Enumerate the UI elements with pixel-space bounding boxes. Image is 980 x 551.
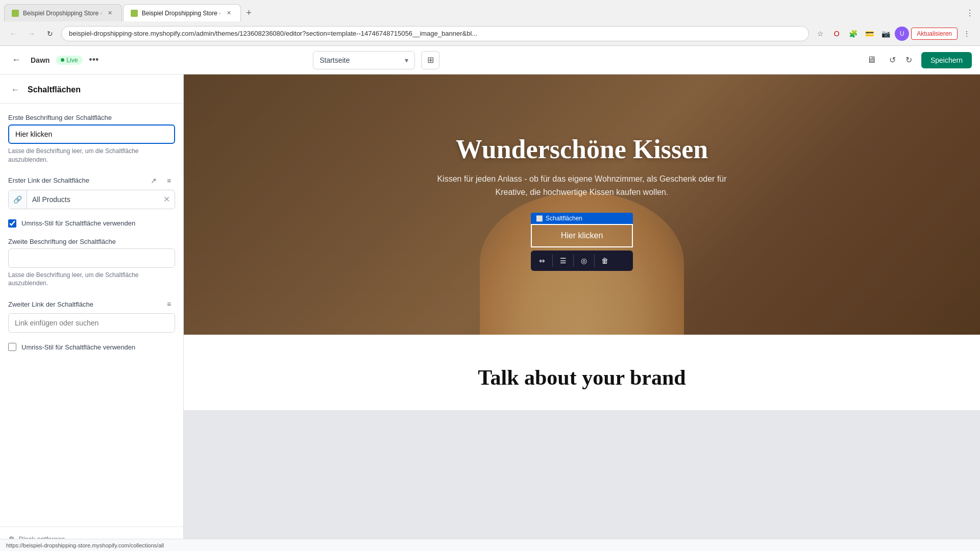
first-link-wrapper: 🔗 All Products ✕: [8, 190, 175, 209]
back-nav-button[interactable]: ←: [6, 27, 20, 41]
outline-style-1-label[interactable]: Umriss-Stil für Schaltfläche verwenden: [21, 219, 135, 227]
schaltflachen-text: Schaltflächen: [546, 215, 582, 222]
second-link-stack-icon[interactable]: ≡: [163, 298, 175, 310]
bookmark-icon[interactable]: ☆: [813, 27, 827, 41]
theme-name: Dawn: [31, 56, 50, 64]
brand-title: Talk about your brand: [204, 365, 960, 390]
page-selector[interactable]: Startseite ▾: [313, 51, 415, 69]
toolbar-align-icon[interactable]: ☰: [556, 254, 570, 268]
preview-frame: Wunderschöne Kissen Kissen für jeden Anl…: [184, 74, 980, 410]
opera-icon[interactable]: O: [829, 27, 844, 41]
first-label-field-group: Erste Beschriftung der Schaltfläche Lass…: [8, 114, 175, 164]
extensions-icon[interactable]: 🧩: [846, 27, 860, 41]
first-link-actions: ↗ ≡: [148, 174, 175, 187]
tab-favicon-1: [12, 10, 19, 17]
tab-bar: Beispiel Dropshipping Store · ✕ Beispiel…: [0, 0, 980, 21]
second-link-title: Zweiter Link der Schaltfläche: [8, 300, 93, 308]
panel-title: Schaltflächen: [28, 85, 81, 94]
button-toolbar: ⇔ ☰ ◎ 🗑: [531, 251, 633, 271]
editor-right-actions: 🖥 ↺ ↻ Speichern: [862, 51, 972, 69]
address-bar: ← → ↻ beispiel-dropshipping-store.myshop…: [0, 21, 980, 45]
editor-back-icon[interactable]: ←: [8, 52, 24, 68]
toolbar-style-icon[interactable]: ◎: [577, 254, 591, 268]
tab-label-2: Beispiel Dropshipping Store ·: [142, 10, 221, 17]
user-avatar[interactable]: U: [895, 27, 909, 41]
first-link-text: All Products: [27, 195, 158, 204]
screenshot-icon[interactable]: 📷: [878, 27, 893, 41]
tab-close-2[interactable]: ✕: [225, 9, 233, 17]
external-link-icon[interactable]: ↗: [148, 174, 160, 187]
editor-header: ← Dawn Live ••• Startseite ▾ ⊞ 🖥 ↺ ↻ Spe…: [0, 46, 980, 74]
toolbar-move-icon[interactable]: ⇔: [535, 254, 549, 268]
second-label-field-group: Zweite Beschriftung der Schaltfläche Las…: [8, 238, 175, 288]
browser-tab-1[interactable]: Beispiel Dropshipping Store · ✕: [4, 4, 122, 21]
second-link-input[interactable]: [9, 319, 175, 327]
save-button[interactable]: Speichern: [921, 52, 972, 68]
wallet-icon[interactable]: 💳: [862, 27, 876, 41]
outline-style-1-group: Umriss-Stil für Schaltfläche verwenden: [8, 219, 175, 228]
browser-menu-icon[interactable]: ⋮: [960, 27, 974, 41]
editor-container: ← Dawn Live ••• Startseite ▾ ⊞ 🖥 ↺ ↻ Spe…: [0, 46, 980, 551]
toolbar-separator-1: [552, 255, 553, 267]
outline-style-1-checkbox[interactable]: [8, 219, 16, 228]
hero-subtitle: Kissen für jeden Anlass - ob für das eig…: [429, 172, 735, 198]
second-link-actions: ≡: [163, 298, 175, 310]
second-link-label-row: Zweiter Link der Schaltfläche ≡: [8, 298, 175, 310]
browser-tab-2[interactable]: Beispiel Dropshipping Store · ✕: [123, 4, 241, 21]
live-badge: Live: [56, 56, 83, 65]
second-link-field-group: Zweiter Link der Schaltfläche ≡: [8, 298, 175, 333]
tab-label-1: Beispiel Dropshipping Store ·: [23, 10, 102, 17]
toolbar-separator-2: [573, 255, 574, 267]
second-link-wrapper: [8, 313, 175, 333]
first-label-title: Erste Beschriftung der Schaltfläche: [8, 114, 175, 121]
new-tab-button[interactable]: +: [242, 6, 256, 20]
reload-button[interactable]: ↻: [43, 27, 57, 41]
theme-more-button[interactable]: •••: [89, 55, 99, 65]
live-label: Live: [66, 57, 78, 64]
schaltflachen-label: ⬜ Schaltflächen: [531, 213, 633, 224]
first-link-label-row: Erster Link der Schaltfläche ↗ ≡: [8, 174, 175, 187]
tab-favicon-2: [131, 10, 138, 17]
address-text: beispiel-dropshipping-store.myshopify.co…: [69, 30, 477, 37]
hero-content: Wunderschöne Kissen Kissen für jeden Anl…: [408, 134, 755, 275]
first-link-clear-button[interactable]: ✕: [158, 190, 175, 209]
left-panel: ← Schaltflächen Erste Beschriftung der S…: [0, 74, 184, 551]
chevron-down-icon: ▾: [405, 56, 408, 64]
second-label-title: Zweite Beschriftung der Schaltfläche: [8, 238, 175, 245]
desktop-view-button[interactable]: 🖥: [862, 51, 880, 69]
hero-button[interactable]: Hier klicken: [531, 224, 633, 247]
toolbar-separator-3: [594, 255, 595, 267]
schaltflachen-icon: ⬜: [536, 215, 543, 222]
second-label-input[interactable]: [8, 248, 175, 268]
panel-header: ← Schaltflächen: [0, 74, 183, 104]
outline-style-2-checkbox[interactable]: [8, 343, 16, 351]
status-bar: https://beispiel-dropshipping-store.mysh…: [0, 539, 980, 551]
link-icon: 🔗: [9, 190, 27, 209]
first-label-hint: Lasse die Beschriftung leer, um die Scha…: [8, 147, 175, 164]
first-label-input[interactable]: [8, 124, 175, 144]
undo-redo-group: ↺ ↻: [885, 52, 917, 68]
schaltflachen-widget[interactable]: ⬜ Schaltflächen Hier klicken ⇔ ☰ ◎: [531, 213, 633, 271]
browser-icons: ☆ O 🧩 💳 📷 U Aktualisieren ⋮: [813, 27, 974, 41]
undo-button[interactable]: ↺: [885, 52, 901, 68]
hero-title: Wunderschöne Kissen: [429, 134, 735, 164]
panel-back-button[interactable]: ←: [8, 83, 22, 97]
status-url: https://beispiel-dropshipping-store.mysh…: [6, 542, 164, 548]
layout-icon-button[interactable]: ⊞: [421, 51, 439, 69]
link-stack-icon[interactable]: ≡: [163, 174, 175, 187]
browser-chrome: Beispiel Dropshipping Store · ✕ Beispiel…: [0, 0, 980, 46]
redo-button[interactable]: ↻: [901, 52, 917, 68]
outline-style-2-label[interactable]: Umriss-Stil für Schaltfläche verwenden: [21, 343, 135, 351]
tab-more-button[interactable]: ⋮: [964, 7, 976, 19]
forward-nav-button[interactable]: →: [24, 27, 39, 41]
live-dot: [61, 58, 64, 62]
tab-close-1[interactable]: ✕: [106, 9, 114, 17]
first-link-title: Erster Link der Schaltfläche: [8, 177, 89, 184]
first-link-field-group: Erster Link der Schaltfläche ↗ ≡ 🔗 All P…: [8, 174, 175, 209]
address-input[interactable]: beispiel-dropshipping-store.myshopify.co…: [61, 26, 809, 41]
update-button[interactable]: Aktualisieren: [911, 28, 958, 40]
toolbar-delete-icon[interactable]: 🗑: [598, 254, 612, 268]
outline-style-2-group: Umriss-Stil für Schaltfläche verwenden: [8, 343, 175, 351]
panel-body: Erste Beschriftung der Schaltfläche Lass…: [0, 104, 183, 361]
page-selector-label: Startseite: [320, 56, 350, 64]
